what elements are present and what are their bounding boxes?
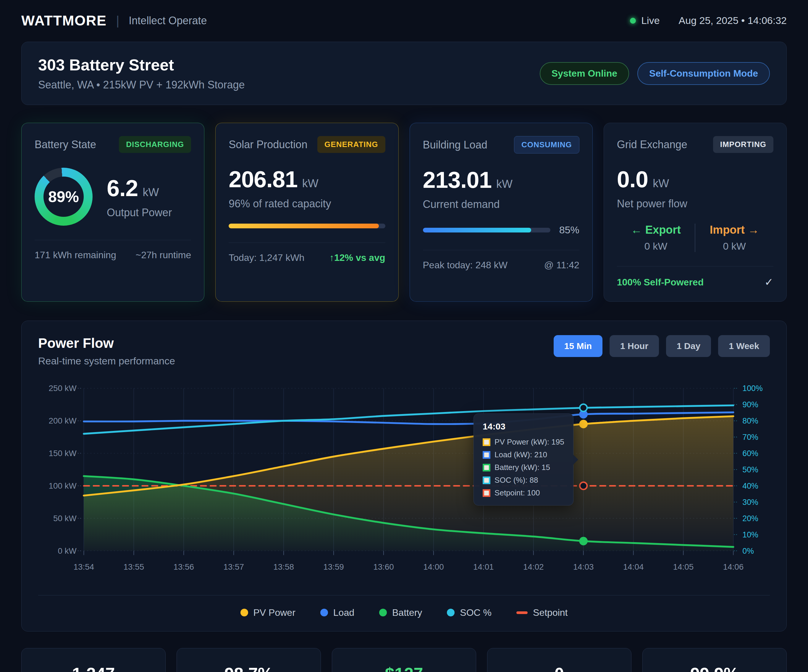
stats-row: 1,247kWh Generated Today98.7%System Effi… [21,648,787,672]
solar-progress-track [229,224,385,228]
battery-state-card: Battery State DISCHARGING 89% 6.2 kW Out… [21,123,204,302]
site-subtitle: Seattle, WA • 215kW PV + 192kWh Storage [38,79,245,91]
discharging-badge: DISCHARGING [119,136,191,153]
live-dot-icon [630,18,636,23]
stat-value: 0 [493,664,625,672]
tooltip-row-label: PV Power (kW): 195 [494,438,564,446]
svg-text:14:05: 14:05 [673,562,694,572]
grid-exchange-card: Grid Exchange IMPORTING 0.0 kW Net power… [604,123,787,302]
stat-value: 99.9% [649,664,781,672]
importing-badge: IMPORTING [713,136,773,153]
legend-item-setpoint[interactable]: Setpoint [516,607,568,618]
legend-label: Battery [392,607,422,618]
tooltip-row-label: SOC (%): 88 [494,476,538,485]
live-label: Live [641,15,659,26]
svg-text:20%: 20% [742,514,758,523]
power-flow-chart[interactable]: 0 kW50 kW100 kW150 kW200 kW250 kW0%10%20… [38,380,770,585]
range-button-1-week[interactable]: 1 Week [718,335,770,357]
legend-item-load[interactable]: Load [320,607,354,618]
range-button-1-day[interactable]: 1 Day [666,335,711,357]
stat-value: 98.7% [183,664,315,672]
battery-output-unit: kW [142,186,159,199]
battery-soc-value: 89% [48,188,79,206]
stat-card-kwh-generated-today: 1,247kWh Generated Today [21,648,165,672]
solar-capacity-label: 96% of rated capacity [229,197,385,210]
legend-item-soc-[interactable]: SOC % [447,607,492,618]
legend-label: SOC % [460,607,492,618]
export-label: ← Export [617,224,695,236]
grid-net-label: Net power flow [617,197,773,210]
tooltip-time: 14:03 [482,421,564,431]
svg-text:50 kW: 50 kW [53,514,77,523]
tooltip-swatch-icon [482,464,490,471]
live-indicator: Live [630,15,659,26]
app-header: WATTMORE | Intellect Operate Live Aug 25… [0,0,808,38]
grid-card-title: Grid Exchange [617,139,687,151]
self-consumption-mode-pill[interactable]: Self-Consumption Mode [637,62,770,85]
legend-item-battery[interactable]: Battery [379,607,422,618]
svg-text:0%: 0% [742,547,754,555]
solar-card-title: Solar Production [229,139,307,151]
svg-text:90%: 90% [742,400,758,409]
site-title: 303 Battery Street [38,55,245,74]
range-button-15-min[interactable]: 15 Min [554,335,603,357]
svg-text:13:57: 13:57 [223,562,244,572]
power-flow-title: Power Flow [38,335,175,351]
svg-text:13:59: 13:59 [323,562,344,572]
legend-label: Load [333,607,354,618]
legend-dot-icon [447,609,454,617]
battery-output-label: Output Power [107,206,172,219]
self-powered-label: 100% Self-Powered [617,277,704,288]
tooltip-swatch-icon [482,476,490,484]
check-icon: ✓ [765,276,773,288]
svg-text:40%: 40% [742,481,758,490]
brand-logo: WATTMORE [21,12,107,29]
datetime: Aug 25, 2025 • 14:06:32 [679,15,787,26]
svg-text:250 kW: 250 kW [49,384,77,393]
solar-vs-avg: ↑12% vs avg [329,252,386,263]
solar-today: Today: 1,247 kWh [229,252,304,263]
range-button-1-hour[interactable]: 1 Hour [609,335,659,357]
building-load-card: Building Load CONSUMING 213.01 kW Curren… [410,123,593,302]
battery-remaining: 171 kWh remaining [35,250,116,261]
legend-item-pv-power[interactable]: PV Power [240,607,295,618]
legend-dot-icon [320,609,328,617]
battery-soc-gauge: 89% [35,168,93,226]
stat-card-savings-today: $127Savings Today [332,648,476,672]
load-peak: Peak today: 248 kW [423,260,508,271]
brand-separator: | [116,13,119,28]
svg-text:0 kW: 0 kW [58,546,77,555]
chart-tooltip: 14:03PV Power (kW): 195Load (kW): 210Bat… [474,413,573,505]
load-card-title: Building Load [423,139,487,151]
power-flow-subtitle: Real-time system performance [38,355,175,367]
tooltip-row: SOC (%): 88 [482,476,564,485]
svg-text:13:60: 13:60 [373,562,394,572]
load-demand-label: Current demand [423,198,579,211]
stat-card-active-alerts: 0Active Alerts [487,648,631,672]
svg-text:50%: 50% [742,465,758,474]
svg-text:14:03: 14:03 [573,562,594,572]
svg-text:60%: 60% [742,449,758,458]
svg-text:10%: 10% [742,530,758,539]
legend-label: Setpoint [533,607,568,618]
tooltip-row: PV Power (kW): 195 [482,438,564,446]
legend-dot-icon [379,609,387,617]
tooltip-swatch-icon [482,438,490,446]
svg-text:100 kW: 100 kW [49,481,77,490]
import-label: Import → [695,224,773,236]
kpi-row: Battery State DISCHARGING 89% 6.2 kW Out… [21,123,787,302]
solar-progress-fill [229,224,379,228]
grid-value: 0.0 [617,166,648,193]
tooltip-row-label: Load (kW): 210 [494,450,547,459]
solar-value: 206.81 [229,166,297,193]
svg-text:14:01: 14:01 [473,562,494,572]
tooltip-row-label: Setpoint: 100 [494,488,540,498]
load-progress-track [423,228,550,232]
system-online-pill[interactable]: System Online [540,62,629,85]
svg-text:80%: 80% [742,416,758,425]
site-card: 303 Battery Street Seattle, WA • 215kW P… [21,42,787,105]
svg-text:14:02: 14:02 [523,562,544,572]
grid-unit: kW [653,177,669,190]
load-progress-fill [423,228,531,232]
svg-text:14:06: 14:06 [723,562,743,572]
